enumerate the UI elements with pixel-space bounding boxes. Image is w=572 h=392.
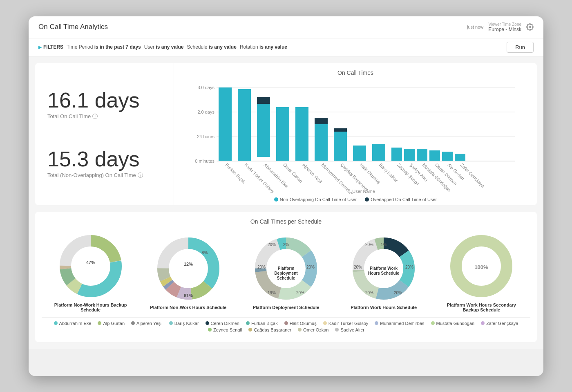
filter-user: User is any value [144,44,184,50]
svg-text:24 hours: 24 hours [197,134,214,139]
donut-3-svg: 2% 20% 20% 19% 20% 20% Platform Deployme… [251,234,321,303]
svg-rect-23 [417,149,427,161]
svg-text:User Name: User Name [352,189,375,194]
legend-name-alp: Alp Gürtan [103,321,125,326]
legend-name-zafer: Zafer Gençkaya [486,321,518,326]
svg-text:20%: 20% [306,265,315,269]
svg-rect-21 [391,148,402,161]
legend-color-alp [98,321,101,325]
legend-name-omer: Ömer Özkan [303,327,328,332]
donut-1: 47% Platform Non-Work Hours Backup Sched… [50,231,132,312]
legend-halit: Halit Okumuş [284,321,317,326]
legend-name-mustafa: Mustafa Gündoğan [436,321,475,326]
donut-3: 2% 20% 20% 19% 20% 20% Platform Deployme… [245,234,327,310]
legend-name-ceren: Ceren Dikmen [211,321,239,326]
legend-name-furkan: Furkan Bıçak [251,321,278,326]
metric-non-overlap: 15.3 days Total (Non-Overlapping) On Cal… [47,140,161,186]
svg-rect-22 [404,149,415,161]
legend-name-cagdas: Çağdaş Başaraner [254,327,291,332]
donut-1-svg: 47% [56,231,125,301]
svg-rect-16 [315,118,328,124]
legend-name-baris: Barış Kalkar [174,321,199,326]
info-icon-2[interactable]: i [138,172,143,178]
metric-non-overlap-value: 15.3 days [47,148,161,170]
donut-5-label: Platform Work Hours Secondary Backup Sch… [440,302,522,312]
svg-text:20%: 20% [296,291,304,295]
svg-text:Furkan Bıçak: Furkan Bıçak [225,162,247,184]
svg-text:Alperen Yeşil: Alperen Yeşil [302,162,323,184]
bar-chart-svg: 3.0 days 2.0 days 24 hours 0 minutes [181,79,530,194]
legend-name-alperen: Alperen Yeşil [136,321,163,326]
svg-text:20%: 20% [365,242,373,247]
donut-5-svg: 100% [447,231,516,301]
legend-color-mustafa [431,321,435,325]
svg-text:Platform: Platform [278,266,295,271]
legend-label-overlap: Overlapped On Call Time of User [371,197,437,202]
legend-omer: Ömer Özkan [298,327,328,332]
settings-icon[interactable] [526,23,534,31]
legend-muhammed: Muhammed Demirbas [375,321,424,326]
bar-chart-panel: On Call Times 3.0 days 2.0 days 24 hours… [174,63,537,205]
svg-text:Muhammed Demirbas: Muhammed Demirbas [321,162,355,193]
legend-mustafa: Mustafa Gündoğan [431,321,475,326]
run-button[interactable]: Run [507,42,534,53]
filter-time-period: Time Period is in the past 7 days [67,44,141,50]
last-updated: just now [467,25,483,29]
legend-name-kadir: Kadir Türker Gülsoy [328,321,369,326]
metric-total-oncall: 16.1 days Total On Call Time i [47,81,161,128]
legend-color-omer [298,328,302,332]
legend-kadir: Kadir Türker Gülsoy [323,321,369,326]
legend-color-alperen [131,321,135,325]
svg-text:12%: 12% [184,262,193,267]
legend-cagdas: Çağdaş Başaraner [248,327,291,332]
svg-text:61%: 61% [184,293,193,298]
top-section: 16.1 days Total On Call Time i 15.3 days… [35,63,537,205]
metrics-panel: 16.1 days Total On Call Time i 15.3 days… [35,63,174,205]
legend-color-furkan [246,321,250,325]
svg-text:20%: 20% [365,291,373,295]
svg-rect-10 [238,89,251,161]
page-title: On Call Time Analytics [38,23,108,31]
info-icon-1[interactable]: i [92,114,98,119]
metric-total-oncall-label: Total On Call Time i [47,113,161,119]
donut-5: 100% Platform Work Hours Secondary Backu… [440,231,522,312]
donuts-row: 47% Platform Non-Work Hours Backup Sched… [42,231,530,312]
svg-text:Barış Kalkar: Barış Kalkar [378,162,399,183]
svg-text:20%: 20% [354,265,362,269]
legend-name-sadiye: Şadiye Alıcı [340,327,364,332]
legend-ceren: Ceren Dikmen [206,321,239,326]
filter-rotation: Rotation is any value [240,44,287,50]
svg-text:2%: 2% [283,242,289,247]
svg-text:47%: 47% [86,260,95,265]
svg-text:Platform Work: Platform Work [370,266,398,271]
svg-rect-24 [429,150,440,161]
legend-color-ceren [206,321,209,325]
svg-text:20%: 20% [268,242,276,247]
svg-point-0 [529,26,531,28]
bottom-section: On Call Times per Schedule [35,212,537,342]
donuts-legend: Abdurrahim Eke Alp Gürtan Alperen Yeşil … [42,317,530,336]
legend-color-muhammed [375,321,378,325]
filter-schedule: Schedule is any value [187,44,236,50]
filters-toggle[interactable]: ▶ FILTERS [38,44,63,50]
donut-2-svg: 12% 8% 61% [154,234,223,303]
legend-zeynep: Zeynep Şengil [208,327,242,332]
filters-bar: ▶ FILTERS Time Period is in the past 7 d… [29,38,543,56]
legend-abdurrahim: Abdurrahim Eke [54,321,92,326]
svg-text:100%: 100% [475,264,489,270]
donut-4: 1% 20% 20% 20% 20% 20% Platform Work Hou… [343,234,425,310]
legend-label-non-overlap: Non-Overlapping On Call Time of User [280,197,357,202]
svg-text:Ömer Özkan: Ömer Özkan [282,162,304,184]
legend-non-overlap: Non-Overlapping On Call Time of User [274,197,357,202]
svg-text:2.0 days: 2.0 days [197,110,214,114]
bar-chart-title: On Call Times [181,69,530,76]
legend-alp: Alp Gürtan [98,321,125,326]
legend-name-zeynep: Zeynep Şengil [213,327,242,332]
svg-rect-14 [295,107,308,161]
svg-rect-20 [372,144,385,161]
svg-text:20%: 20% [257,265,266,269]
legend-color-halit [284,321,288,325]
svg-text:0 minutes: 0 minutes [195,159,214,164]
donut-3-label: Platform Deployment Schedule [253,305,320,310]
main-content: 16.1 days Total On Call Time i 15.3 days… [29,56,543,349]
